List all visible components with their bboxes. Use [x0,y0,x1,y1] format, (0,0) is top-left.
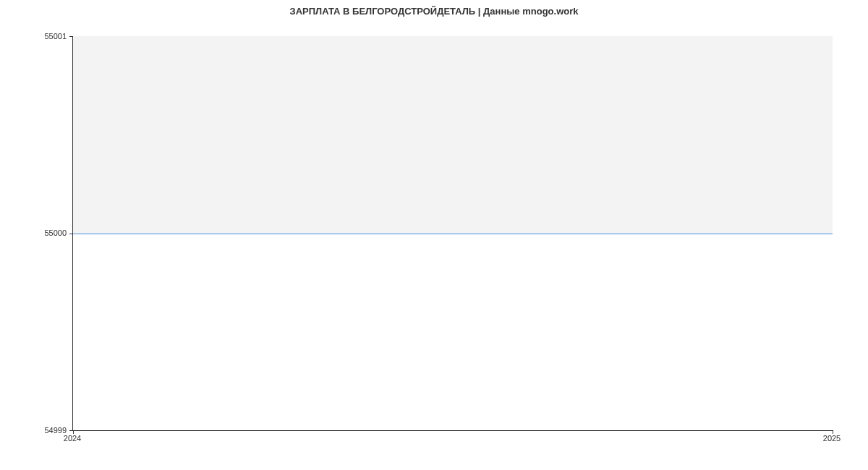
x-tick-label: 2024 [64,434,81,443]
x-tick-label: 2025 [823,434,841,443]
data-line [73,234,833,234]
y-tick-label: 55000 [44,228,67,237]
chart-plot-area [72,36,833,431]
area-fill [73,36,833,234]
y-tick-label: 55001 [44,32,67,40]
chart-title: ЗАРПЛАТА В БЕЛГОРОДСТРОЙДЕТАЛЬ | Данные … [0,0,868,17]
